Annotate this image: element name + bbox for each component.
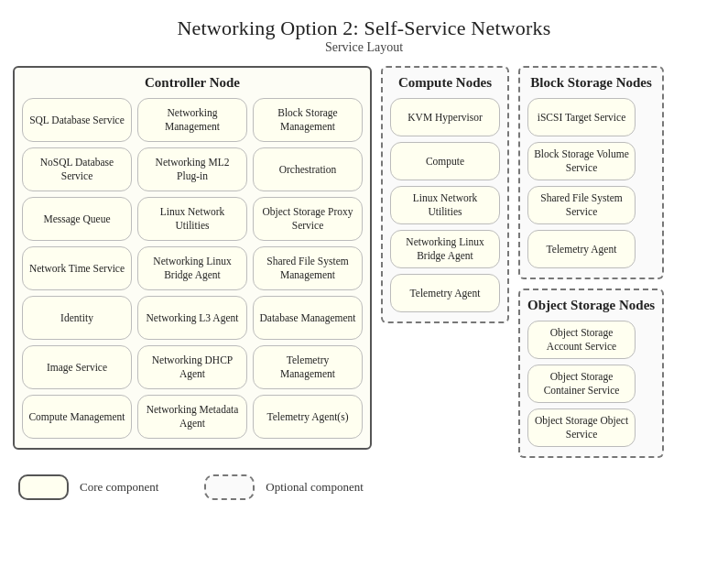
- right-column: Block Storage Nodes iSCSI Target Service…: [518, 66, 664, 458]
- list-item: KVM Hypervisor: [390, 98, 500, 136]
- list-item: Linux Network Utilities: [390, 186, 500, 224]
- controller-node: Controller Node SQL Database Service Net…: [13, 66, 372, 450]
- block-storage-services: iSCSI Target Service Block Storage Volum…: [527, 98, 655, 268]
- controller-grid: SQL Database Service Networking Manageme…: [22, 98, 363, 439]
- list-item: Object Storage Proxy Service: [253, 197, 363, 241]
- optional-legend-label: Optional component: [266, 480, 364, 495]
- list-item: Orchestration: [253, 147, 363, 191]
- list-item: Compute: [390, 142, 500, 180]
- list-item: Network Time Service: [22, 246, 132, 290]
- list-item: Networking L3 Agent: [137, 296, 247, 340]
- list-item: SQL Database Service: [22, 98, 132, 142]
- list-item: Telemetry Agent(s): [253, 395, 363, 439]
- list-item: Networking Management: [137, 98, 247, 142]
- list-item: Telemetry Agent: [390, 274, 500, 312]
- list-item: Object Storage Account Service: [527, 321, 636, 359]
- compute-node-title: Compute Nodes: [390, 75, 500, 91]
- list-item: Message Queue: [22, 197, 132, 241]
- list-item: Shared File System Service: [527, 186, 636, 224]
- list-item: Database Management: [253, 296, 363, 340]
- page-subtitle: Service Layout: [0, 40, 728, 55]
- list-item: Networking ML2 Plug-in: [137, 147, 247, 191]
- list-item: Block Storage Volume Service: [527, 142, 636, 180]
- compute-services: KVM Hypervisor Compute Linux Network Uti…: [390, 98, 500, 312]
- block-storage-node-title: Block Storage Nodes: [527, 75, 655, 91]
- list-item: Networking Linux Bridge Agent: [390, 230, 500, 268]
- object-storage-services: Object Storage Account Service Object St…: [527, 321, 655, 447]
- block-storage-node: Block Storage Nodes iSCSI Target Service…: [518, 66, 664, 279]
- optional-legend-box: [204, 474, 255, 500]
- list-item: Image Service: [22, 345, 132, 389]
- list-item: Shared File System Management: [253, 246, 363, 290]
- core-legend-item: Core component: [18, 474, 158, 500]
- list-item: Networking Linux Bridge Agent: [137, 246, 247, 290]
- list-item: Networking Metadata Agent: [137, 395, 247, 439]
- list-item: Identity: [22, 296, 132, 340]
- core-legend-box: [18, 474, 69, 500]
- object-storage-node-title: Object Storage Nodes: [527, 298, 655, 313]
- list-item: iSCSI Target Service: [527, 98, 636, 136]
- legend: Core component Optional component: [0, 458, 728, 500]
- list-item: Compute Management: [22, 395, 132, 439]
- list-item: NoSQL Database Service: [22, 147, 132, 191]
- optional-legend-item: Optional component: [204, 474, 364, 500]
- list-item: Telemetry Agent: [527, 230, 636, 268]
- list-item: Telemetry Management: [253, 345, 363, 389]
- controller-node-title: Controller Node: [22, 75, 363, 91]
- list-item: Object Storage Object Service: [527, 408, 636, 447]
- list-item: Object Storage Container Service: [527, 365, 636, 403]
- core-legend-label: Core component: [80, 480, 158, 495]
- page-title: Networking Option 2: Self-Service Networ…: [0, 0, 728, 40]
- diagram-area: Controller Node SQL Database Service Net…: [0, 66, 728, 458]
- list-item: Linux Network Utilities: [137, 197, 247, 241]
- list-item: Block Storage Management: [253, 98, 363, 142]
- list-item: Networking DHCP Agent: [137, 345, 247, 389]
- object-storage-node: Object Storage Nodes Object Storage Acco…: [518, 289, 664, 458]
- compute-node: Compute Nodes KVM Hypervisor Compute Lin…: [381, 66, 509, 323]
